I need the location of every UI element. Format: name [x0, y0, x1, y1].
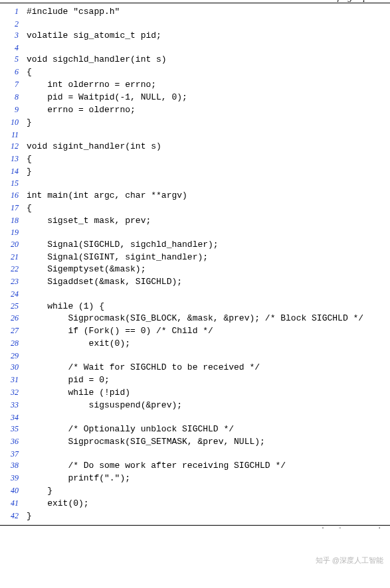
code-text [27, 449, 390, 460]
code-row: 31 pid = 0; [0, 374, 390, 387]
line-number: 31 [0, 374, 27, 387]
code-row: 10} [0, 117, 390, 129]
code-row: 37 [0, 449, 390, 460]
code-text: pid = Waitpid(-1, NULL, 0); [27, 92, 390, 104]
code-row: 17{ [0, 202, 390, 215]
line-number: 37 [0, 449, 27, 460]
code-text [27, 350, 390, 362]
code-row: 11 [0, 129, 390, 141]
code-row: 27 if (Fork() == 0) /* Child */ [0, 325, 390, 338]
code-row: 24 [0, 289, 390, 300]
line-number: 24 [0, 289, 27, 300]
code-text: sigset_t mask, prev; [27, 215, 390, 228]
code-text: Sigprocmask(SIG_SETMASK, &prev, NULL); [27, 436, 390, 449]
code-text: if (Fork() == 0) /* Child */ [27, 325, 390, 338]
code-row: 33 sigsuspend(&prev); [0, 400, 390, 412]
code-text: } [27, 510, 390, 523]
code-row: 40 } [0, 485, 390, 498]
line-number: 10 [0, 117, 27, 129]
code-row: 2 [0, 19, 390, 30]
line-number: 5 [0, 54, 27, 66]
code-text: #include "csapp.h" [27, 6, 390, 19]
code-row: 35 /* Optionally unblock SIGCHLD */ [0, 423, 390, 436]
code-text [27, 178, 390, 189]
code-text: int olderrno = errno; [27, 79, 390, 92]
code-row: 16int main(int argc, char **argv) [0, 190, 390, 202]
code-row: 13{ [0, 153, 390, 166]
code-row: 34 [0, 412, 390, 423]
line-number: 41 [0, 498, 27, 510]
line-number: 33 [0, 400, 27, 412]
code-row: 42} [0, 510, 390, 523]
line-number: 16 [0, 190, 27, 202]
code-row: 7 int olderrno = errno; [0, 79, 390, 92]
code-row: 26 Sigprocmask(SIG_BLOCK, &mask, &prev);… [0, 313, 390, 325]
code-text: } [27, 117, 390, 129]
code-row: 3volatile sig_atomic_t pid; [0, 30, 390, 42]
line-number: 39 [0, 473, 27, 485]
line-number: 21 [0, 252, 27, 264]
code-row: 19 [0, 227, 390, 238]
code-text: volatile sig_atomic_t pid; [27, 30, 390, 42]
code-text: printf("."); [27, 473, 390, 485]
code-row: 23 Sigaddset(&mask, SIGCHLD); [0, 276, 390, 289]
line-number: 12 [0, 141, 27, 153]
line-number: 15 [0, 178, 27, 189]
line-number: 30 [0, 362, 27, 374]
code-row: 22 Sigemptyset(&mask); [0, 263, 390, 276]
code-row: 21 Signal(SIGINT, sigint_handler); [0, 252, 390, 264]
code-text: { [27, 202, 390, 215]
code-row: 38 /* Do some work after receiving SIGCH… [0, 460, 390, 473]
line-number: 19 [0, 227, 27, 238]
line-number: 7 [0, 79, 27, 92]
code-text: pid = 0; [27, 374, 390, 387]
line-number: 11 [0, 129, 27, 141]
code-row: 9 errno = olderrno; [0, 104, 390, 117]
line-number: 1 [0, 6, 27, 19]
line-number: 14 [0, 166, 27, 179]
code-text: sigsuspend(&prev); [27, 400, 390, 412]
code-text [27, 19, 390, 30]
code-row: 25 while (1) { [0, 301, 390, 313]
line-number: 35 [0, 423, 27, 436]
code-row: 14} [0, 166, 390, 179]
code-text: void sigint_handler(int s) [27, 141, 390, 153]
line-number: 18 [0, 215, 27, 228]
line-number: 29 [0, 350, 27, 362]
code-row: 20 Signal(SIGCHLD, sigchld_handler); [0, 239, 390, 252]
code-text: while (1) { [27, 301, 390, 313]
code-text: /* Wait for SIGCHLD to be received */ [27, 362, 390, 374]
code-text: int main(int argc, char **argv) [27, 190, 390, 202]
code-text: exit(0); [27, 498, 390, 510]
line-number: 17 [0, 202, 27, 215]
line-number: 34 [0, 412, 27, 423]
line-number: 20 [0, 239, 27, 252]
code-text [27, 129, 390, 141]
code-text: } [27, 485, 390, 498]
line-number: 9 [0, 104, 27, 117]
filepath-bottom: code/ecf/sigsuspend.c [0, 526, 390, 528]
line-number: 36 [0, 436, 27, 449]
code-row: 6{ [0, 66, 390, 79]
code-text: errno = olderrno; [27, 104, 390, 117]
code-row: 36 Sigprocmask(SIG_SETMASK, &prev, NULL)… [0, 436, 390, 449]
code-text: Signal(SIGCHLD, sigchld_handler); [27, 239, 390, 252]
code-row: 12void sigint_handler(int s) [0, 141, 390, 153]
code-text [27, 412, 390, 423]
code-row: 15 [0, 178, 390, 189]
code-row: 18 sigset_t mask, prev; [0, 215, 390, 228]
code-text: Signal(SIGINT, sigint_handler); [27, 252, 390, 264]
code-text: Sigprocmask(SIG_BLOCK, &mask, &prev); /*… [27, 313, 390, 325]
code-text: { [27, 66, 390, 79]
code-row: 41 exit(0); [0, 498, 390, 510]
code-text: } [27, 166, 390, 179]
line-number: 38 [0, 460, 27, 473]
line-number: 42 [0, 510, 27, 523]
line-number: 8 [0, 92, 27, 104]
line-number: 32 [0, 387, 27, 400]
line-number: 40 [0, 485, 27, 498]
code-listing: 1#include "csapp.h"23volatile sig_atomic… [0, 6, 390, 522]
line-number: 28 [0, 338, 27, 350]
code-text: Sigemptyset(&mask); [27, 263, 390, 276]
line-number: 27 [0, 325, 27, 338]
